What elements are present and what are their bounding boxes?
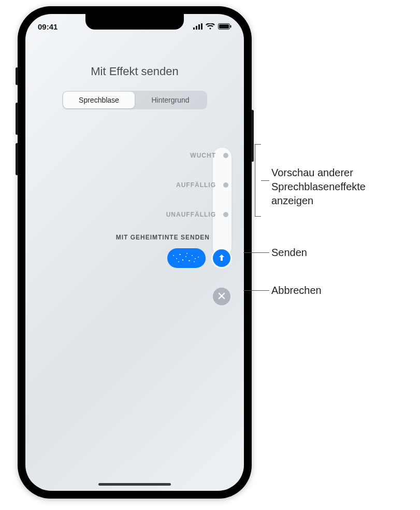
effect-label: WUCHT [190, 152, 216, 159]
svg-rect-3 [201, 23, 202, 30]
callout-send: Senden [271, 246, 307, 260]
screen: 09:41 Mit Effekt senden Sprechblase Hint… [25, 14, 244, 491]
callout-lead-line [243, 290, 269, 291]
status-time: 09:41 [38, 22, 57, 31]
callout-preview: Vorschau anderer Sprechblaseneffekte anz… [271, 166, 366, 208]
invisible-ink-sparkles [171, 252, 202, 264]
effect-track [213, 148, 231, 257]
tab-bubble[interactable]: Sprechblase [63, 92, 135, 108]
svg-rect-2 [198, 24, 200, 30]
cancel-button[interactable] [213, 288, 230, 305]
svg-rect-0 [193, 27, 195, 30]
notch [85, 14, 184, 30]
effect-label: AUFFÄLLIG [176, 181, 216, 189]
effect-label: MIT GEHEIMTINTE SENDEN [116, 234, 210, 241]
cellular-icon [193, 23, 202, 30]
tab-background[interactable]: Hintergrund [135, 92, 206, 108]
effect-row-gentle[interactable]: UNAUFFÄLLIG [166, 211, 228, 218]
svg-rect-1 [196, 26, 197, 30]
page-header: Mit Effekt senden [25, 65, 244, 78]
effect-dot-icon [223, 153, 228, 158]
iphone-frame: 09:41 Mit Effekt senden Sprechblase Hint… [18, 6, 252, 499]
side-button [251, 110, 254, 162]
effect-row-slam[interactable]: WUCHT [190, 152, 228, 159]
callout-lead-line [243, 252, 269, 253]
wifi-icon [206, 23, 215, 30]
svg-rect-6 [230, 25, 231, 28]
volume-down-button [16, 143, 18, 175]
effect-dot-icon [223, 212, 228, 217]
effect-dot-icon [223, 182, 228, 188]
segmented-control[interactable]: Sprechblase Hintergrund [62, 91, 207, 109]
callout-bracket [255, 144, 261, 217]
page-title: Mit Effekt senden [25, 65, 244, 78]
effect-label: UNAUFFÄLLIG [166, 211, 216, 218]
svg-rect-5 [219, 24, 229, 29]
effect-row-loud[interactable]: AUFFÄLLIG [176, 181, 228, 189]
close-icon [218, 292, 225, 301]
callout-lead-line [261, 180, 269, 181]
effect-row-invisible-ink[interactable]: MIT GEHEIMTINTE SENDEN [116, 234, 210, 241]
message-bubble-preview [167, 248, 206, 268]
callout-cancel: Abbrechen [271, 284, 322, 298]
home-indicator [98, 483, 171, 486]
send-button[interactable] [213, 249, 230, 267]
volume-up-button [16, 103, 18, 135]
arrow-up-icon [217, 253, 226, 264]
mute-switch [16, 67, 18, 85]
battery-icon [218, 23, 231, 30]
